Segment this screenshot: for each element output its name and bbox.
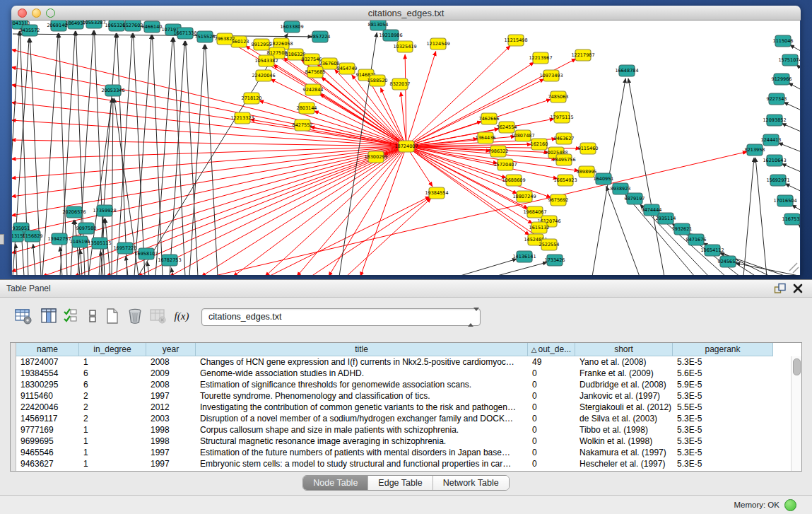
graph-node[interactable]: 1244413 xyxy=(761,134,782,146)
graph-node[interactable]: 20053346 xyxy=(101,85,124,96)
column-header-short[interactable]: short xyxy=(575,343,673,356)
graph-node[interactable]: 3624554 xyxy=(497,122,517,133)
graph-node[interactable]: 10325419 xyxy=(393,41,416,52)
graph-node[interactable]: 9463627 xyxy=(554,133,575,144)
function-builder-icon[interactable]: f(x) xyxy=(172,307,191,325)
graph-node[interactable]: 12213967 xyxy=(529,52,552,64)
graph-node[interactable]: 17016504 xyxy=(773,195,796,206)
column-header-title[interactable]: title xyxy=(196,343,528,356)
graph-node[interactable]: 8938923 xyxy=(611,183,631,194)
graph-node[interactable]: 6466140 xyxy=(142,21,163,33)
graph-node[interactable]: 10654112 xyxy=(700,245,724,256)
delete-rows-trash-icon[interactable] xyxy=(126,307,144,325)
graph-node[interactable]: 7485063 xyxy=(548,91,569,103)
column-header-name[interactable]: name xyxy=(16,343,79,356)
column-header-pagerank[interactable]: pagerank xyxy=(673,343,773,356)
graph-node[interactable]: 8912955 xyxy=(252,39,272,50)
select-rows-icon[interactable] xyxy=(62,307,81,325)
graph-node[interactable]: 2522554 xyxy=(539,239,560,250)
table-row[interactable]: 1938455462009Genome-wide association stu… xyxy=(16,368,773,379)
graph-node[interactable]: 16033809 xyxy=(280,21,303,33)
graph-node[interactable]: 1527602 xyxy=(123,21,143,31)
graph-node[interactable]: 10553287 xyxy=(82,21,105,28)
table-row[interactable]: 946554611997Estimation of the future num… xyxy=(16,447,773,458)
graph-node[interactable]: 9227343 xyxy=(767,93,787,105)
graph-node[interactable]: 2718120 xyxy=(242,93,262,104)
graph-node[interactable]: 17975115 xyxy=(550,112,573,123)
graph-node[interactable]: 8322037 xyxy=(390,78,411,90)
graph-node[interactable]: 15720407 xyxy=(493,159,517,170)
graph-node[interactable]: 9435572 xyxy=(20,25,40,36)
vertical-scrollbar[interactable] xyxy=(791,356,801,471)
table-panel-titlebar[interactable]: Table Panel xyxy=(0,280,812,298)
graph-node[interactable]: 14136141 xyxy=(512,251,536,262)
tab-network-table[interactable]: Network Table xyxy=(433,476,509,490)
graph-node[interactable]: 7515526 xyxy=(195,31,216,42)
table-row[interactable]: 1456911722003Disruption of a novel membe… xyxy=(16,413,773,424)
graph-node[interactable]: 1364436 xyxy=(476,132,496,144)
graph-node[interactable]: 10688609 xyxy=(502,175,525,186)
graph-node[interactable]: 1640951 xyxy=(594,173,614,185)
graph-node[interactable]: 7857224 xyxy=(310,31,331,42)
citation-graph[interactable]: 1872400718300295193845548660123891295518… xyxy=(12,21,800,275)
graph-node[interactable]: 16210643 xyxy=(763,155,786,166)
table-row[interactable]: 946362711997Embryonic stem cells: a mode… xyxy=(16,458,773,469)
graph-node[interactable]: 7932621 xyxy=(672,223,693,235)
graph-node[interactable]: 1588520 xyxy=(367,75,388,86)
table-row[interactable]: 977716911998Corpus callosum shape and si… xyxy=(16,424,773,436)
graph-node[interactable]: 9242844 xyxy=(303,84,324,95)
show-columns-icon[interactable] xyxy=(40,307,58,325)
table-row[interactable]: 1872400712008Changes of HCN gene express… xyxy=(16,356,773,368)
tab-edge-table[interactable]: Edge Table xyxy=(368,476,433,490)
graph-node[interactable]: 7462666 xyxy=(479,113,500,124)
canvas-resize-grip[interactable] xyxy=(789,263,799,273)
graph-node[interactable]: 8471676 xyxy=(686,234,707,245)
graph-node[interactable]: 16654923 xyxy=(553,175,577,186)
graph-node[interactable]: 8213958 xyxy=(745,144,765,156)
close-panel-icon[interactable] xyxy=(792,283,804,294)
table-selector-combobox[interactable]: citations_edges.txt xyxy=(201,308,481,326)
scrollbar-thumb[interactable] xyxy=(793,358,801,375)
graph-node[interactable]: 7986322 xyxy=(488,146,509,157)
graph-node[interactable]: 2935114 xyxy=(656,213,676,224)
table-row[interactable]: 969969511998Structural magnetic resonanc… xyxy=(16,436,773,447)
new-table-icon[interactable] xyxy=(103,307,122,325)
graph-node[interactable]: 11215498 xyxy=(504,35,527,46)
graph-node[interactable]: 6879197 xyxy=(625,193,645,204)
graph-node[interactable]: 19218986 xyxy=(379,30,402,41)
table-row[interactable]: 1830029562008Estimation of significance … xyxy=(16,379,773,390)
graph-node[interactable]: 1115046 xyxy=(773,35,794,47)
graph-node[interactable]: 1156829 xyxy=(23,230,43,242)
table-row[interactable]: 2242004622012Investigating the contribut… xyxy=(16,402,773,413)
float-panel-icon[interactable] xyxy=(774,283,787,294)
table-row[interactable]: 911546021997Tourette syndrome. Phenomeno… xyxy=(16,390,773,402)
graph-node[interactable]: 1145194 xyxy=(70,236,90,247)
graph-node[interactable]: 18807249 xyxy=(512,191,536,202)
graph-node[interactable]: 1733426 xyxy=(545,255,565,266)
graph-node[interactable]: 7963822 xyxy=(215,33,235,45)
graph-node[interactable]: 1615132 xyxy=(529,222,550,233)
window-titlebar[interactable]: citations_edges.txt xyxy=(11,6,801,21)
graph-node[interactable]: 9245652 xyxy=(718,256,739,267)
column-header-out-de-[interactable]: △out_de... xyxy=(528,343,575,356)
graph-node[interactable]: 15751074 xyxy=(778,54,800,66)
graph-node[interactable]: 13942757 xyxy=(47,233,71,245)
row-height-icon[interactable] xyxy=(83,307,102,325)
graph-node[interactable]: 1167533 xyxy=(782,214,800,225)
memory-ok-indicator[interactable] xyxy=(784,499,796,511)
graph-node[interactable]: 12124549 xyxy=(426,38,449,49)
network-canvas[interactable]: 1872400718300295193845548660123891295518… xyxy=(12,21,800,275)
tab-node-table[interactable]: Node Table xyxy=(303,476,368,490)
graph-node[interactable]: 162160 xyxy=(531,139,548,150)
graph-node[interactable]: 8475685 xyxy=(305,66,326,78)
graph-node[interactable]: 16648784 xyxy=(615,65,638,76)
graph-node[interactable]: 9675692 xyxy=(548,194,569,206)
graph-node[interactable]: 2803144 xyxy=(297,103,317,114)
graph-node[interactable]: 10807487 xyxy=(511,130,534,141)
graph-node[interactable]: 9097588 xyxy=(76,223,97,234)
graph-node[interactable]: 8427552 xyxy=(293,119,313,131)
graph-node[interactable]: 8454749 xyxy=(337,63,358,74)
graph-node[interactable]: 9115460 xyxy=(578,143,599,154)
graph-node[interactable]: 12093852 xyxy=(763,115,786,126)
graph-node[interactable]: 8813054 xyxy=(368,21,389,30)
